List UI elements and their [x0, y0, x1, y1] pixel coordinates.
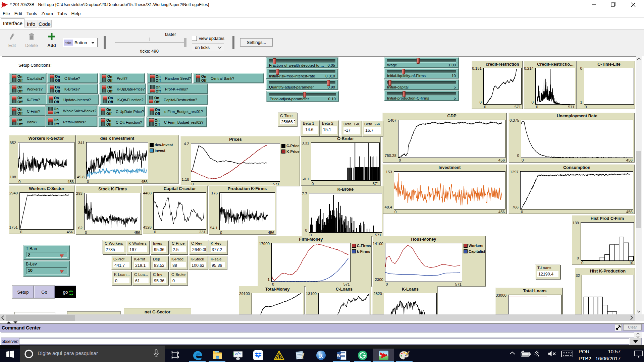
- svg-text:R: R: [319, 353, 323, 359]
- svg-text:W: W: [337, 353, 341, 358]
